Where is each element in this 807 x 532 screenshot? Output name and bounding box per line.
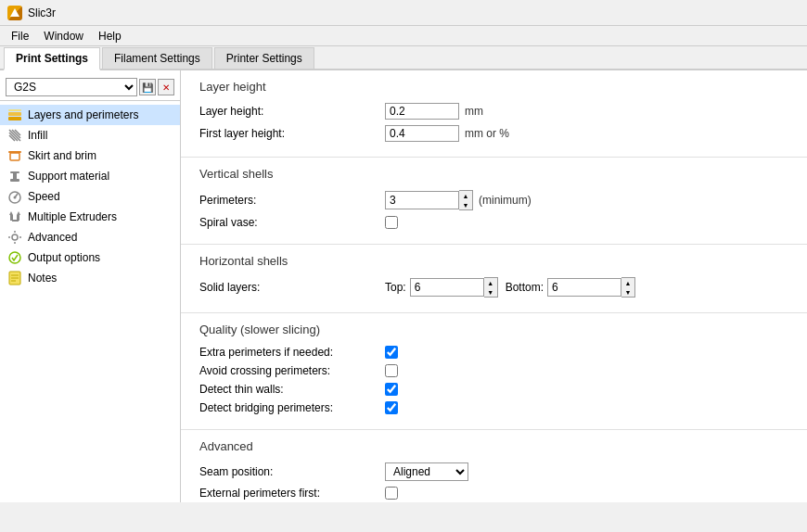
label-spiral-vase: Spiral vase: xyxy=(199,216,385,229)
content-area: Layer height Layer height: mm First laye… xyxy=(181,70,807,502)
svg-rect-9 xyxy=(10,153,19,160)
section-title-quality: Quality (slower slicing) xyxy=(199,323,788,336)
sidebar-label-layers-perimeters: Layers and perimeters xyxy=(28,108,138,121)
profile-select[interactable]: G2S xyxy=(6,78,137,96)
svg-marker-17 xyxy=(9,211,13,215)
section-quality: Quality (slower slicing) Extra perimeter… xyxy=(181,313,807,430)
app-title: Slic3r xyxy=(28,6,56,19)
sidebar-item-advanced[interactable]: Advanced xyxy=(0,227,180,247)
infill-icon xyxy=(7,128,22,143)
label-seam-position: Seam position: xyxy=(199,465,385,478)
input-top-layers[interactable] xyxy=(410,278,484,297)
svg-point-22 xyxy=(12,234,18,240)
sidebar-item-output-options[interactable]: Output options xyxy=(0,247,180,268)
checkbox-external-perimeters-first[interactable] xyxy=(385,487,398,500)
svg-rect-11 xyxy=(10,179,19,182)
app-logo-icon xyxy=(9,7,20,19)
checkbox-extra-perimeters[interactable] xyxy=(385,346,398,359)
spin-up-bottom[interactable]: ▲ xyxy=(621,278,634,287)
input-perimeters[interactable] xyxy=(385,191,459,209)
svg-marker-0 xyxy=(10,8,19,17)
form-row-avoid-crossing: Avoid crossing perimeters: xyxy=(199,364,788,377)
menu-help[interactable]: Help xyxy=(91,28,129,44)
profile-save-button[interactable]: 💾 xyxy=(139,79,156,95)
sidebar-item-multiple-extruders[interactable]: Multiple Extruders xyxy=(0,207,180,227)
svg-rect-2 xyxy=(8,112,21,116)
tab-bar: Print Settings Filament Settings Printer… xyxy=(0,46,807,70)
sidebar-label-speed: Speed xyxy=(28,190,60,203)
section-title-horizontal-shells: Horizontal shells xyxy=(199,254,788,268)
sidebar-item-layers-perimeters[interactable]: Layers and perimeters xyxy=(0,105,180,125)
main-layout: G2S 💾 ✕ Layers and perimeters Infill xyxy=(0,70,807,502)
input-first-layer-height[interactable] xyxy=(385,125,459,142)
extruders-icon xyxy=(7,209,22,224)
checkbox-detect-thin-walls[interactable] xyxy=(385,383,398,396)
sidebar-item-notes[interactable]: Notes xyxy=(0,268,180,288)
select-seam-position[interactable]: Aligned Nearest Random Rear xyxy=(385,462,468,481)
svg-marker-18 xyxy=(17,211,20,215)
label-detect-thin-walls: Detect thin walls: xyxy=(199,383,385,396)
checkbox-detect-bridging[interactable] xyxy=(385,401,398,414)
sidebar-label-support-material: Support material xyxy=(28,170,109,183)
svg-point-16 xyxy=(14,196,17,199)
menu-file[interactable]: File xyxy=(4,28,36,44)
spin-buttons-top: ▲ ▼ xyxy=(484,277,498,298)
spin-down-perimeters[interactable]: ▼ xyxy=(459,200,472,209)
tab-filament-settings[interactable]: Filament Settings xyxy=(102,47,212,69)
tab-print-settings[interactable]: Print Settings xyxy=(4,47,100,70)
tab-printer-settings[interactable]: Printer Settings xyxy=(214,47,314,69)
label-solid-layers: Solid layers: xyxy=(199,281,385,294)
input-layer-height[interactable] xyxy=(385,103,459,120)
label-layer-height: Layer height: xyxy=(199,105,385,118)
spin-down-bottom[interactable]: ▼ xyxy=(621,287,634,297)
section-title-vertical-shells: Vertical shells xyxy=(199,167,788,181)
profile-delete-button[interactable]: ✕ xyxy=(158,79,174,95)
spin-up-perimeters[interactable]: ▲ xyxy=(459,191,472,200)
support-icon xyxy=(7,169,22,184)
spin-down-top[interactable]: ▼ xyxy=(484,287,497,297)
svg-point-27 xyxy=(9,252,20,263)
menu-window[interactable]: Window xyxy=(36,28,91,44)
form-row-detect-bridging: Detect bridging perimeters: xyxy=(199,401,788,414)
section-advanced: Advanced Seam position: Aligned Nearest … xyxy=(181,430,807,502)
section-title-advanced: Advanced xyxy=(199,439,788,453)
svg-rect-10 xyxy=(8,151,21,153)
sidebar-item-infill[interactable]: Infill xyxy=(0,125,180,146)
layers-icon xyxy=(7,108,22,122)
svg-rect-1 xyxy=(8,117,21,120)
form-row-solid-layers: Solid layers: Top: ▲ ▼ Bottom: ▲ ▼ xyxy=(199,277,788,298)
svg-line-4 xyxy=(9,130,20,141)
section-layer-height: Layer height Layer height: mm First laye… xyxy=(181,70,807,158)
profile-row: G2S 💾 ✕ xyxy=(0,74,180,101)
sidebar-item-support-material[interactable]: Support material xyxy=(0,166,180,186)
svg-rect-3 xyxy=(8,109,21,111)
sidebar-item-speed[interactable]: Speed xyxy=(0,186,180,207)
spin-bottom-layers: ▲ ▼ xyxy=(547,277,635,298)
form-row-first-layer-height: First layer height: mm or % xyxy=(199,125,788,142)
label-top: Top: xyxy=(385,281,406,294)
sidebar: G2S 💾 ✕ Layers and perimeters Infill xyxy=(0,70,181,502)
form-row-detect-thin-walls: Detect thin walls: xyxy=(199,383,788,396)
label-avoid-crossing: Avoid crossing perimeters: xyxy=(199,364,385,377)
section-vertical-shells: Vertical shells Perimeters: ▲ ▼ (minimum… xyxy=(181,158,807,245)
form-row-perimeters: Perimeters: ▲ ▼ (minimum) xyxy=(199,190,788,210)
sidebar-label-skirt-brim: Skirt and brim xyxy=(28,149,96,162)
input-bottom-layers[interactable] xyxy=(547,278,621,297)
spin-perimeters: ▲ ▼ xyxy=(385,190,473,210)
spin-up-top[interactable]: ▲ xyxy=(484,278,497,287)
checkbox-spiral-vase[interactable] xyxy=(385,216,398,229)
menu-bar: File Window Help xyxy=(0,26,807,46)
sidebar-label-multiple-extruders: Multiple Extruders xyxy=(28,210,117,223)
section-horizontal-shells: Horizontal shells Solid layers: Top: ▲ ▼… xyxy=(181,245,807,313)
form-row-layer-height: Layer height: mm xyxy=(199,103,788,120)
sidebar-item-skirt-brim[interactable]: Skirt and brim xyxy=(0,146,180,166)
output-icon xyxy=(7,250,22,265)
notes-icon xyxy=(7,271,22,285)
label-perimeters: Perimeters: xyxy=(199,194,385,207)
svg-rect-21 xyxy=(12,220,19,222)
unit-perimeters: (minimum) xyxy=(479,194,532,207)
spin-buttons-bottom: ▲ ▼ xyxy=(621,277,635,298)
section-title-layer-height: Layer height xyxy=(199,80,788,94)
checkbox-avoid-crossing[interactable] xyxy=(385,364,398,377)
label-detect-bridging: Detect bridging perimeters: xyxy=(199,401,385,414)
